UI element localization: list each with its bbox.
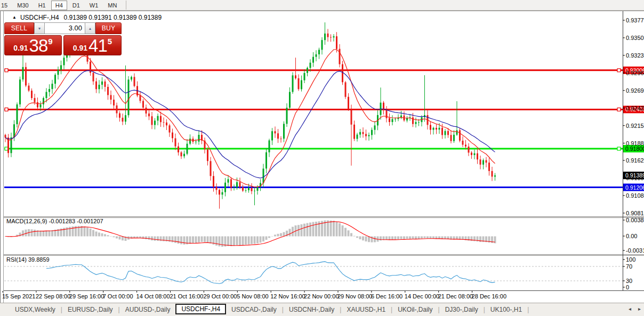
chart-tab-dj30-daily[interactable]: DJ30-,Daily (440, 305, 484, 314)
macd-histogram-bar (280, 233, 282, 237)
buy-button[interactable]: BUY (95, 22, 122, 34)
macd-histogram-bar (418, 237, 420, 239)
macd-histogram-bar (400, 237, 402, 239)
rsi-line (46, 262, 495, 283)
sell-price-pip: 9 (48, 37, 52, 46)
sell-price-display[interactable]: 0.91 38 9 (4, 35, 62, 55)
time-axis-label: 22 Sep 08:00 (36, 293, 70, 299)
volume-input[interactable]: 3.00 (45, 22, 85, 34)
rsi-axis-label: 0 (626, 284, 629, 290)
macd-histogram-bar (327, 221, 329, 237)
macd-histogram-bar (424, 237, 426, 238)
timeframe-button-h4[interactable]: H4 (51, 1, 67, 10)
macd-histogram-bar (395, 237, 397, 240)
macd-histogram-bar (389, 237, 391, 240)
macd-histogram-bar (365, 237, 367, 242)
macd-histogram-bar (307, 223, 309, 237)
macd-histogram-bar (333, 221, 335, 236)
chart-tabs: USDX,Weekly|EURUSD-,Daily|AUDUSD-,DailyU… (10, 304, 529, 315)
price-level-line[interactable]: 0.92403 (4, 106, 644, 113)
time-axis-label: 6 Dec 16:00 (371, 293, 402, 299)
macd-histogram-bar (403, 237, 405, 239)
timeframe-button-15[interactable]: 15 (0, 1, 12, 10)
macd-histogram-bar (256, 237, 259, 244)
price-level-line[interactable]: 0.91206 (4, 184, 644, 191)
rsi-label: RSI(14) 39.8859 (6, 256, 50, 263)
volume-decrease-button[interactable]: ▼ (34, 22, 45, 34)
timeframe-button-w1[interactable]: W1 (85, 1, 103, 10)
macd-histogram-bar (339, 223, 341, 237)
chart-tab-uk100-h1[interactable]: UK100-,H1 (485, 305, 527, 314)
macd-histogram-bar (245, 237, 247, 245)
macd-histogram-bar (236, 237, 238, 246)
horizontal-level-lines[interactable]: 0.930060.924030.918000.91206 (4, 67, 644, 191)
level-line-handle[interactable] (5, 108, 8, 111)
macd-histogram-bar (198, 237, 200, 242)
macd-histogram-bar (421, 237, 423, 239)
macd-histogram-bar (119, 237, 121, 240)
macd-histogram-bar (107, 235, 109, 236)
level-line-handle[interactable] (5, 69, 8, 72)
sell-button[interactable]: SELL (4, 22, 34, 34)
timeframe-buttons: 15M30H1H4D1W1MN (0, 0, 122, 10)
price-axis-tick-label: 0.90810 (626, 210, 644, 216)
price-axis-tick-label: 0.91080 (626, 192, 644, 199)
chart-tab-usdchf-h4[interactable]: USDCHF-,H4 (175, 304, 226, 314)
macd-histogram-bar (292, 227, 294, 237)
macd-histogram-bar (180, 237, 182, 245)
time-axis-label: 21 Oct 16:00 (170, 293, 204, 299)
rsi-axis-label: 100 (626, 256, 635, 263)
price-level-line[interactable]: 0.91800 (4, 145, 644, 152)
macd-histogram-bar (49, 231, 51, 237)
macd-axis-label: 0.003811 (626, 217, 644, 223)
macd-histogram-bar (336, 222, 338, 237)
price-axis-tick-label: 0.91620 (626, 157, 644, 164)
macd-histogram-bar (204, 237, 206, 242)
timeframe-toolbar: 15M30H1H4D1W1MN (0, 0, 644, 11)
macd-histogram-bar (22, 230, 24, 236)
macd-histogram-bar (242, 237, 244, 245)
timeframe-button-h1[interactable]: H1 (34, 1, 50, 10)
macd-histogram-bar (174, 237, 176, 243)
buy-price-display[interactable]: 0.91 41 5 (63, 35, 122, 55)
svg-text:0.91800: 0.91800 (625, 145, 644, 152)
chart-tab-eurusd-daily[interactable]: EURUSD-,Daily (62, 305, 118, 314)
macd-histogram-bar (426, 237, 429, 239)
chart-tab-xauusd-h1[interactable]: XAUUSD-,H1 (341, 305, 391, 314)
level-line-handle[interactable] (617, 147, 621, 150)
macd-histogram-bar (219, 237, 221, 247)
timeframe-button-m30[interactable]: M30 (13, 1, 33, 10)
macd-axis-label: -0.00311 (626, 247, 644, 254)
macd-histogram-bar (432, 237, 434, 239)
macd-histogram-bar (430, 237, 432, 239)
chart-tab-audusd-daily[interactable]: AUDUSD-,Daily (120, 305, 176, 314)
time-axis-label: 28 Dec 16:00 (472, 293, 506, 299)
sell-price-base: 0.91 (13, 44, 28, 52)
level-line-handle[interactable] (617, 69, 621, 72)
time-axis-label: 12 Nov 16:00 (270, 293, 305, 299)
chart-tab-ukoil-daily[interactable]: UKOil-,Daily (392, 305, 438, 314)
macd-histogram-bar (210, 237, 212, 244)
chart-tab-usdcnh-daily[interactable]: USDCNH-,Daily (284, 305, 340, 314)
tabs-scroll-left-icon[interactable]: ◂ (629, 306, 631, 312)
macd-histogram-bar (344, 228, 347, 237)
macd-histogram-bar (92, 230, 94, 237)
timeframe-button-mn[interactable]: MN (103, 1, 121, 10)
macd-histogram-bar (303, 224, 305, 237)
chart-symbol-label: USDCHF-,H4 (20, 14, 59, 21)
chart-ohlc-values: 0.91389 0.91391 0.91389 0.91389 (64, 14, 162, 21)
macd-histogram-bar (195, 237, 197, 244)
tabs-scroll-right-icon[interactable]: ▸ (638, 306, 641, 312)
timeframe-button-d1[interactable]: D1 (68, 1, 84, 10)
macd-histogram-bar (227, 237, 229, 246)
chart-tab-usdcad-daily[interactable]: USDCAD-,Daily (226, 305, 282, 314)
collapse-triangle-icon[interactable]: ▲ (12, 15, 17, 20)
price-level-line[interactable]: 0.93006 (4, 67, 644, 74)
chart-tab-usdx-weekly[interactable]: USDX,Weekly (10, 305, 61, 314)
time-axis-label: 21 Dec 08:00 (438, 293, 473, 299)
time-axis-label: 29 Sep 16:00 (69, 293, 104, 299)
volume-increase-button[interactable]: ▲ (85, 22, 95, 34)
level-line-handle[interactable] (617, 108, 621, 111)
macd-histogram-bar (271, 236, 273, 237)
macd-histogram-bar (312, 222, 315, 237)
